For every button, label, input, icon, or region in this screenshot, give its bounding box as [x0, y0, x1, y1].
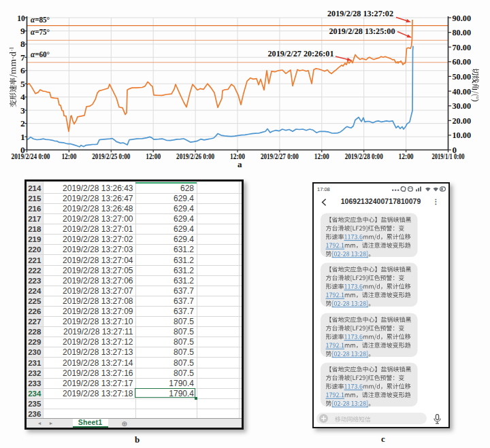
svg-text:2019/2/28 13:25:00: 2019/2/28 13:25:00 [329, 26, 395, 36]
svg-text:90.00: 90.00 [453, 13, 472, 23]
svg-text:a: a [238, 159, 242, 169]
svg-text:2019/2/27 0:00: 2019/2/27 0:00 [261, 152, 299, 161]
svg-text:α=75°: α=75° [31, 27, 50, 37]
svg-text:4: 4 [20, 92, 25, 102]
svg-text:8: 8 [20, 39, 25, 49]
svg-text:2019/2/28 0:00: 2019/2/28 0:00 [345, 152, 383, 161]
svg-text:2019/2/24 0:00: 2019/2/24 0:00 [12, 152, 50, 161]
svg-text:2: 2 [20, 118, 25, 128]
svg-text:12:00: 12:00 [399, 152, 414, 161]
svg-text:12:00: 12:00 [61, 152, 76, 161]
svg-text:5: 5 [20, 79, 25, 89]
svg-text:12:00: 12:00 [314, 152, 329, 161]
svg-text:70.00: 70.00 [453, 42, 472, 52]
svg-text:60.00: 60.00 [453, 56, 472, 67]
svg-text:1: 1 [20, 132, 25, 142]
svg-text:50.00: 50.00 [453, 71, 472, 82]
svg-text:30.00: 30.00 [453, 101, 472, 111]
svg-text:7: 7 [20, 52, 25, 63]
svg-text:9: 9 [20, 26, 25, 36]
svg-text:10.00: 10.00 [453, 130, 472, 140]
svg-text:12:00: 12:00 [146, 152, 161, 161]
svg-text:3: 3 [20, 105, 25, 116]
svg-text:10: 10 [17, 13, 25, 23]
svg-text:2019/1/1 0:00: 2019/1/1 0:00 [432, 152, 465, 161]
svg-text:α=60°: α=60° [31, 49, 50, 59]
svg-text:2019/2/26 0:00: 2019/2/26 0:00 [176, 152, 214, 161]
svg-text:2019/2/27 20:26:01: 2019/2/27 20:26:01 [268, 48, 334, 58]
svg-text:40.00: 40.00 [453, 86, 472, 97]
svg-text:2019/2/28 13:27:02: 2019/2/28 13:27:02 [327, 8, 393, 18]
svg-text:2019/2/25 0:00: 2019/2/25 0:00 [92, 152, 130, 161]
svg-text:6: 6 [20, 65, 25, 75]
svg-text:α=85°: α=85° [31, 14, 50, 24]
svg-text:20.00: 20.00 [453, 116, 472, 126]
svg-text:80.00: 80.00 [453, 27, 472, 37]
